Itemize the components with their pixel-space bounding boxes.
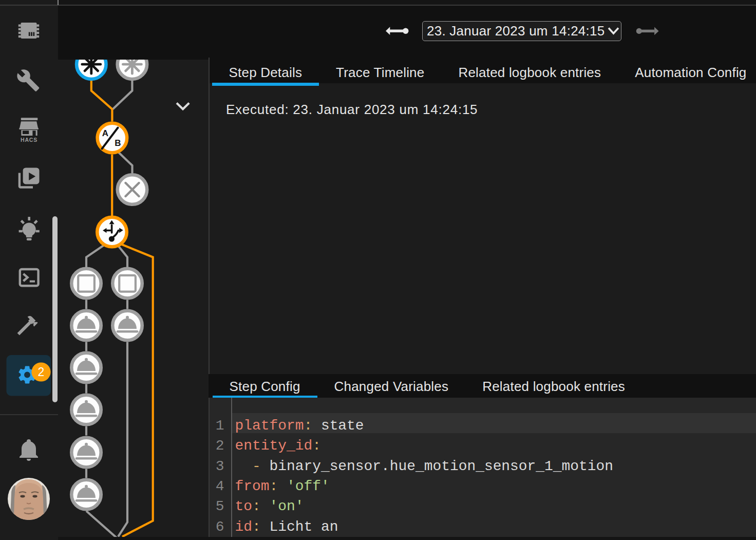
- svg-text:2: 2: [38, 365, 45, 379]
- svg-text:A: A: [102, 128, 108, 138]
- svg-text:HACS: HACS: [21, 137, 37, 143]
- svg-text:B: B: [115, 138, 121, 147]
